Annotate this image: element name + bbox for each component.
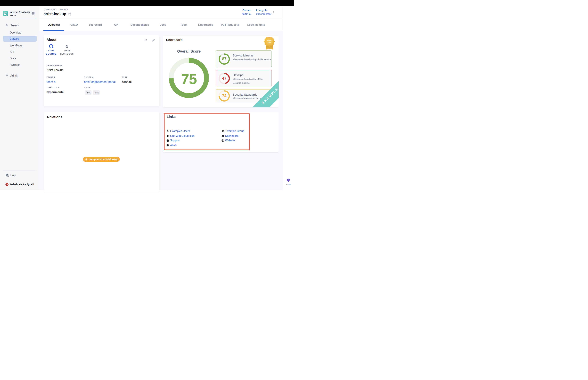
svg-text:Tier: Tier — [268, 42, 271, 44]
svg-text:?: ? — [6, 174, 7, 175]
svg-text:Gold: Gold — [267, 39, 271, 41]
